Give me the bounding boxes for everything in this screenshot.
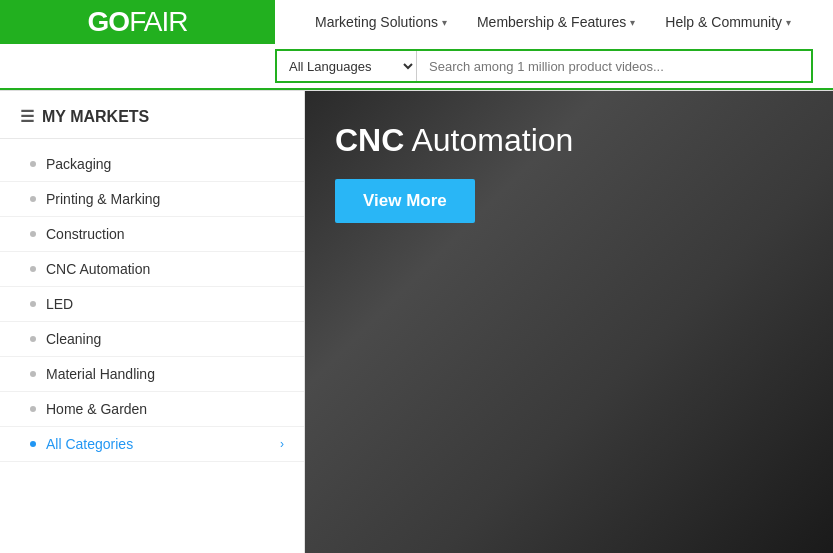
nav-membership-arrow: ▾ xyxy=(630,17,635,28)
view-more-button[interactable]: View More xyxy=(335,179,475,223)
sidebar-label: CNC Automation xyxy=(46,261,150,277)
sidebar-item-material-handling[interactable]: Material Handling xyxy=(0,357,304,392)
sidebar-item-all-categories[interactable]: All Categories › xyxy=(0,427,304,462)
bullet-icon xyxy=(30,371,36,377)
search-box: All Languages English German French Span… xyxy=(275,49,813,83)
sidebar-header: ☰ MY MARKETS xyxy=(0,107,304,139)
main-layout: ☰ MY MARKETS Packaging Printing & Markin… xyxy=(0,91,833,553)
all-categories-arrow: › xyxy=(280,437,284,451)
bullet-icon xyxy=(30,336,36,342)
search-row: All Languages English German French Span… xyxy=(0,44,833,90)
sidebar: ☰ MY MARKETS Packaging Printing & Markin… xyxy=(0,91,305,553)
nav-help-label: Help & Community xyxy=(665,14,782,30)
logo-area[interactable]: GOFAIR xyxy=(0,0,275,44)
top-nav: GOFAIR Marketing Solutions ▾ Membership … xyxy=(0,0,833,44)
main-nav: Marketing Solutions ▾ Membership & Featu… xyxy=(315,14,791,30)
hero-title-rest: Automation xyxy=(404,122,573,158)
bullet-icon xyxy=(30,441,36,447)
bullet-icon xyxy=(30,196,36,202)
header: GOFAIR Marketing Solutions ▾ Membership … xyxy=(0,0,833,91)
sidebar-label: Home & Garden xyxy=(46,401,147,417)
sidebar-label: Construction xyxy=(46,226,125,242)
sidebar-item-home-garden[interactable]: Home & Garden xyxy=(0,392,304,427)
hero-title: CNC Automation xyxy=(335,121,573,159)
nav-membership[interactable]: Membership & Features ▾ xyxy=(477,14,635,30)
nav-help[interactable]: Help & Community ▾ xyxy=(665,14,791,30)
bullet-icon xyxy=(30,161,36,167)
sidebar-item-packaging[interactable]: Packaging xyxy=(0,147,304,182)
sidebar-item-cleaning[interactable]: Cleaning xyxy=(0,322,304,357)
menu-icon: ☰ xyxy=(20,107,34,126)
sidebar-label: LED xyxy=(46,296,73,312)
nav-marketing[interactable]: Marketing Solutions ▾ xyxy=(315,14,447,30)
hero-text-block: CNC Automation View More xyxy=(335,121,573,223)
bullet-icon xyxy=(30,266,36,272)
bullet-icon xyxy=(30,301,36,307)
sidebar-item-led[interactable]: LED xyxy=(0,287,304,322)
nav-marketing-label: Marketing Solutions xyxy=(315,14,438,30)
hero-title-bold: CNC xyxy=(335,122,404,158)
hero-area: CNC Automation View More xyxy=(305,91,833,553)
search-input[interactable] xyxy=(417,51,811,81)
bullet-icon xyxy=(30,231,36,237)
all-categories-label: All Categories xyxy=(46,436,133,452)
nav-membership-label: Membership & Features xyxy=(477,14,626,30)
language-select[interactable]: All Languages English German French Span… xyxy=(277,51,417,81)
nav-marketing-arrow: ▾ xyxy=(442,17,447,28)
sidebar-label: Printing & Marking xyxy=(46,191,160,207)
logo-go: GO xyxy=(88,6,130,38)
sidebar-label: Material Handling xyxy=(46,366,155,382)
sidebar-title: MY MARKETS xyxy=(42,108,149,126)
logo-fair: FAIR xyxy=(129,6,187,38)
hero-content: CNC Automation View More xyxy=(305,91,833,553)
sidebar-item-construction[interactable]: Construction xyxy=(0,217,304,252)
sidebar-label: Cleaning xyxy=(46,331,101,347)
nav-help-arrow: ▾ xyxy=(786,17,791,28)
bullet-icon xyxy=(30,406,36,412)
sidebar-label: Packaging xyxy=(46,156,111,172)
sidebar-item-printing[interactable]: Printing & Marking xyxy=(0,182,304,217)
sidebar-item-cnc[interactable]: CNC Automation xyxy=(0,252,304,287)
